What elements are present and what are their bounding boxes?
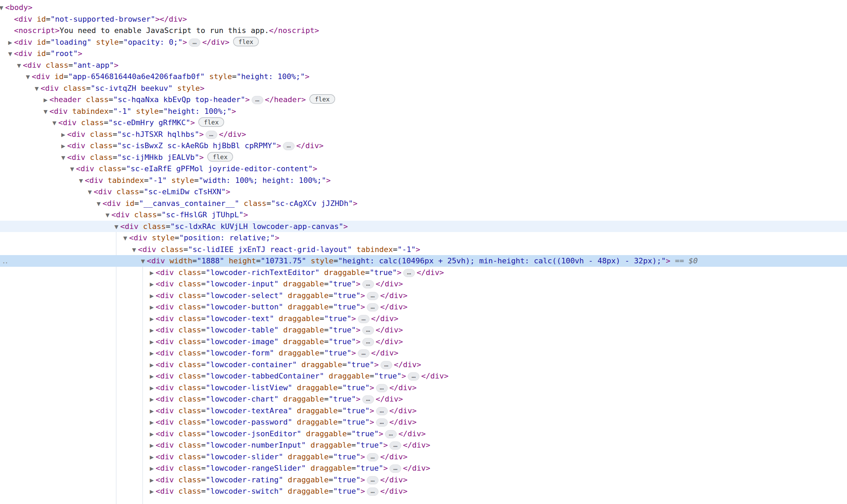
inline-expand-button[interactable]: … xyxy=(189,39,200,47)
expand-arrow-icon[interactable]: ▶ xyxy=(150,360,156,371)
collapse-arrow-icon[interactable]: ▼ xyxy=(79,175,85,187)
inline-expand-button[interactable]: … xyxy=(358,349,370,358)
dom-tree-row[interactable]: ▶<div class="lowcoder-jsonEditor" dragga… xyxy=(0,428,847,440)
expand-arrow-icon[interactable]: ▶ xyxy=(150,440,156,452)
collapse-arrow-icon[interactable]: ▼ xyxy=(26,72,32,83)
dom-tree-row[interactable]: ▶<div class="lowcoder-select" draggable=… xyxy=(0,290,847,302)
dom-tree-row[interactable]: ▶<div class="lowcoder-rating" draggable=… xyxy=(0,474,847,486)
dom-tree-row-selected[interactable]: ‥▼<div width="1888" height="10731.75" st… xyxy=(0,255,847,267)
expand-arrow-icon[interactable]: ▶ xyxy=(150,394,156,406)
dom-tree-row[interactable]: ▶<div class="lowcoder-rangeSlider" dragg… xyxy=(0,462,847,474)
collapse-arrow-icon[interactable]: ▼ xyxy=(97,198,102,210)
dom-tree-row[interactable]: ▼<div class="sc-ivtqZH beekuv" style> xyxy=(0,83,847,94)
inline-expand-button[interactable]: … xyxy=(408,372,419,381)
dom-tree-row[interactable]: ▶<div class="lowcoder-richTextEditor" dr… xyxy=(0,267,847,278)
dom-tree-row[interactable]: ▼<div style="position: relative;"> xyxy=(0,232,847,244)
inline-expand-button[interactable]: … xyxy=(362,326,374,335)
dom-tree-row[interactable]: ▶<div class="lowcoder-image" draggable="… xyxy=(0,336,847,348)
collapse-arrow-icon[interactable]: ▼ xyxy=(88,187,94,198)
expand-arrow-icon[interactable]: ▶ xyxy=(150,486,156,498)
inline-expand-button[interactable]: … xyxy=(362,338,374,346)
dom-tree-row[interactable]: ▶<div class="lowcoder-table" draggable="… xyxy=(0,324,847,336)
collapse-arrow-icon[interactable]: ▼ xyxy=(35,83,41,95)
dom-tree-row[interactable]: ▶<div class="lowcoder-listView" draggabl… xyxy=(0,382,847,394)
inline-expand-button[interactable]: … xyxy=(403,269,415,277)
collapse-arrow-icon[interactable]: ▼ xyxy=(114,221,120,233)
inline-expand-button[interactable]: … xyxy=(376,418,388,427)
inline-expand-button[interactable]: … xyxy=(367,487,378,496)
flex-badge[interactable]: flex xyxy=(198,117,224,127)
inline-expand-button[interactable]: … xyxy=(283,142,295,150)
flex-badge[interactable]: flex xyxy=(309,94,335,104)
collapse-arrow-icon[interactable]: ▼ xyxy=(44,106,50,118)
dom-tree-row[interactable]: ▶<div class="lowcoder-tabbedContainer" d… xyxy=(0,370,847,382)
dom-tree-row[interactable]: ▼<div id="root"> xyxy=(0,48,847,59)
collapse-arrow-icon[interactable]: ▼ xyxy=(141,256,147,267)
expand-arrow-icon[interactable]: ▶ xyxy=(150,417,156,429)
dom-tree-row[interactable]: ▶<div class="sc-isBwxZ sc-kAeRGb hjBbBl … xyxy=(0,140,847,152)
inline-expand-button[interactable]: … xyxy=(381,361,392,369)
expand-arrow-icon[interactable]: ▶ xyxy=(150,475,156,486)
collapse-arrow-icon[interactable]: ▼ xyxy=(53,118,58,129)
expand-arrow-icon[interactable]: ▶ xyxy=(61,141,67,152)
expand-arrow-icon[interactable]: ▶ xyxy=(150,302,156,314)
expand-arrow-icon[interactable]: ▶ xyxy=(150,279,156,291)
flex-badge[interactable]: flex xyxy=(233,37,259,46)
expand-arrow-icon[interactable]: ▶ xyxy=(44,95,50,106)
expand-arrow-icon[interactable]: ▶ xyxy=(150,371,156,383)
expand-arrow-icon[interactable]: ▶ xyxy=(150,325,156,337)
dom-tree-row[interactable]: ▼<body> xyxy=(0,2,847,13)
expand-arrow-icon[interactable]: ▶ xyxy=(150,406,156,417)
flex-badge[interactable]: flex xyxy=(207,152,233,162)
expand-arrow-icon[interactable]: ▶ xyxy=(150,291,156,302)
dom-tree-row[interactable]: ▶<div class="sc-hJTSXR hqlhbs">…</div> xyxy=(0,129,847,140)
dom-tree-row[interactable]: ▼<div class="sc-eIaRfE gPFMol joyride-ed… xyxy=(0,163,847,175)
dom-tree-row[interactable]: ▶<div class="lowcoder-switch" draggable=… xyxy=(0,485,847,497)
expand-arrow-icon[interactable]: ▶ xyxy=(150,337,156,348)
dom-tree-row[interactable]: <div id="not-supported-browser"></div> xyxy=(0,13,847,25)
inline-expand-button[interactable]: … xyxy=(362,280,374,288)
inline-expand-button[interactable]: … xyxy=(376,407,388,415)
dom-tree-row[interactable]: ▶<div class="lowcoder-slider" draggable=… xyxy=(0,451,847,463)
expand-arrow-icon[interactable]: ▶ xyxy=(150,314,156,325)
expand-arrow-icon[interactable]: ▶ xyxy=(150,452,156,463)
dom-tree-row[interactable]: ▶<div class="lowcoder-input" draggable="… xyxy=(0,278,847,290)
dom-tree-row[interactable]: ▶<div class="lowcoder-textArea" draggabl… xyxy=(0,405,847,417)
expand-arrow-icon[interactable]: ▶ xyxy=(150,267,156,279)
inline-expand-button[interactable]: … xyxy=(367,453,378,461)
dom-tree-row[interactable]: ▼<div class="sc-ldxRAc kUVjLH lowcoder-a… xyxy=(0,221,847,232)
dom-tree-row[interactable]: ▼<div class="sc-ijMHkb jEALVb">flex xyxy=(0,152,847,163)
collapse-arrow-icon[interactable]: ▼ xyxy=(0,2,5,14)
inline-expand-button[interactable]: … xyxy=(367,476,378,484)
inline-expand-button[interactable]: … xyxy=(367,292,378,300)
expand-arrow-icon[interactable]: ▶ xyxy=(150,383,156,394)
inline-expand-button[interactable]: … xyxy=(367,303,378,311)
inline-expand-button[interactable]: … xyxy=(206,131,217,139)
dom-tree-row[interactable]: ▶<div class="lowcoder-form" draggable="t… xyxy=(0,347,847,359)
row-overflow-dots-icon[interactable]: ‥ xyxy=(2,255,8,267)
dom-tree-row[interactable]: ▶<header class="sc-hqaNxa kbEvQp top-hea… xyxy=(0,94,847,106)
dom-tree-row[interactable]: ▼<div class="ant-app"> xyxy=(0,59,847,71)
collapse-arrow-icon[interactable]: ▼ xyxy=(70,164,76,175)
dom-tree-row[interactable]: ▶<div class="lowcoder-numberInput" dragg… xyxy=(0,439,847,451)
expand-arrow-icon[interactable]: ▶ xyxy=(8,37,14,49)
inline-expand-button[interactable]: … xyxy=(385,430,397,438)
dom-tree-row[interactable]: ▶<div class="lowcoder-password" draggabl… xyxy=(0,416,847,428)
dom-tree-row[interactable]: ▼<div class="sc-lidIEE jxEnTJ react-grid… xyxy=(0,244,847,255)
dom-tree-row[interactable]: <noscript>You need to enable JavaScript … xyxy=(0,25,847,36)
dom-tree-row[interactable]: ▶<div class="lowcoder-button" draggable=… xyxy=(0,301,847,313)
dom-tree-row[interactable]: ▼<div class="sc-eLmiDw cTsHXN"> xyxy=(0,186,847,198)
expand-arrow-icon[interactable]: ▶ xyxy=(61,129,67,141)
dom-tree-row[interactable]: ▼<div id="__canvas_container__" class="s… xyxy=(0,198,847,209)
expand-arrow-icon[interactable]: ▶ xyxy=(150,348,156,360)
inline-expand-button[interactable]: … xyxy=(362,395,374,404)
dom-tree-row[interactable]: ▼<div id="app-6546816440a6e4206faafb0f" … xyxy=(0,71,847,83)
inline-expand-button[interactable]: … xyxy=(358,315,370,323)
dom-tree-row[interactable]: ▶<div id="loading" style="opacity: 0;">…… xyxy=(0,36,847,48)
collapse-arrow-icon[interactable]: ▼ xyxy=(132,244,138,256)
collapse-arrow-icon[interactable]: ▼ xyxy=(8,48,14,60)
collapse-arrow-icon[interactable]: ▼ xyxy=(17,60,23,72)
dom-tree-row[interactable]: ▶<div class="lowcoder-chart" draggable="… xyxy=(0,393,847,405)
inline-expand-button[interactable]: … xyxy=(376,384,388,392)
collapse-arrow-icon[interactable]: ▼ xyxy=(106,210,111,221)
